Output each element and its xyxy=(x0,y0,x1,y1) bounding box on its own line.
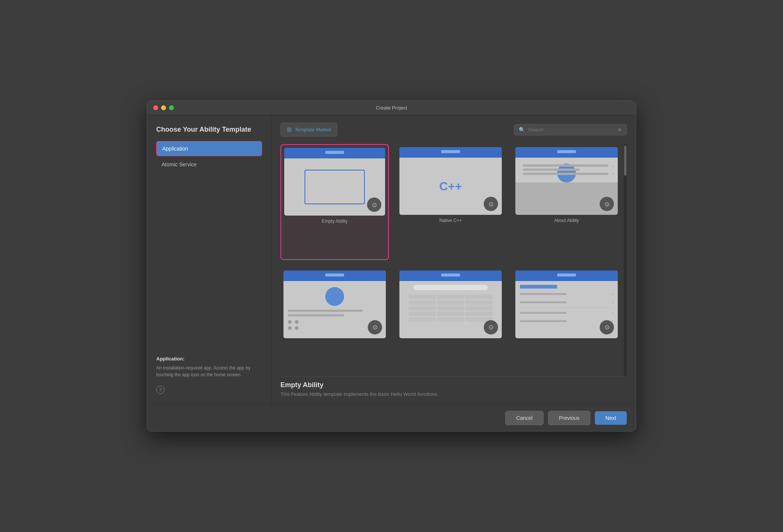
bottom-bar: Cancel Previous Next xyxy=(147,404,636,431)
sidebar-heading: Choose Your Ability Template xyxy=(156,126,262,134)
about-ability-badge: ⊙ xyxy=(600,197,614,211)
search-icon: 🔍 xyxy=(519,127,525,133)
scrollbar[interactable] xyxy=(624,144,627,376)
create-project-window: Create Project Choose Your Ability Templ… xyxy=(147,100,636,432)
template-thumb-list: ⊙ xyxy=(399,271,502,338)
template-card-list[interactable]: ⊙ xyxy=(396,268,505,377)
sidebar: Choose Your Ability Template Application… xyxy=(147,115,271,404)
traffic-lights xyxy=(153,105,174,110)
right-panel: ⊞ Template Market 🔍 ✕ xyxy=(271,115,636,404)
sidebar-item-application[interactable]: Application xyxy=(156,141,262,156)
template-card-settings[interactable]: › › xyxy=(512,268,621,377)
template-thumb-profile: ⊙ xyxy=(283,271,386,338)
template-thumb-native-cpp: C++ ⊙ xyxy=(399,147,502,215)
template-thumb-about-ability: › › ⊙ xyxy=(515,147,618,215)
search-bar: 🔍 ✕ xyxy=(514,124,627,135)
selected-template-name: Empty Ability xyxy=(280,381,627,389)
selected-template-desc: This Feature Ability template implements… xyxy=(280,391,627,397)
list-badge: ⊙ xyxy=(484,320,498,334)
search-clear-icon[interactable]: ✕ xyxy=(617,127,622,133)
selected-template-info: Empty Ability This Feature Ability templ… xyxy=(280,376,627,397)
template-name-about-ability: About Ability xyxy=(554,218,579,223)
desc-title: Application: xyxy=(156,356,262,362)
sidebar-description: Application: An installation-required ap… xyxy=(156,348,262,378)
content-area: Choose Your Ability Template Application… xyxy=(147,115,636,431)
native-cpp-badge: ⊙ xyxy=(484,197,498,211)
panel-header: ⊞ Template Market 🔍 ✕ xyxy=(280,123,627,137)
settings-badge: ⊙ xyxy=(600,320,614,334)
template-thumb-empty-ability: ⊙ xyxy=(284,148,385,216)
next-button[interactable]: Next xyxy=(595,411,627,425)
minimize-button[interactable] xyxy=(161,105,166,110)
sidebar-item-atomic-service[interactable]: Atomic Service xyxy=(156,158,262,171)
template-card-profile[interactable]: ⊙ xyxy=(280,268,389,377)
template-name-native-cpp: Native C++ xyxy=(439,218,462,223)
template-card-native-cpp[interactable]: C++ ⊙ Native C++ xyxy=(396,144,505,260)
help-icon[interactable]: ? xyxy=(156,386,262,394)
maximize-button[interactable] xyxy=(169,105,174,110)
template-card-empty-ability[interactable]: ⊙ Empty Ability xyxy=(280,144,389,260)
titlebar: Create Project xyxy=(147,101,636,115)
close-button[interactable] xyxy=(153,105,158,110)
cancel-button[interactable]: Cancel xyxy=(505,411,544,425)
template-card-about-ability[interactable]: › › ⊙ About Ability xyxy=(512,144,621,260)
search-input[interactable] xyxy=(528,127,614,132)
template-market-button[interactable]: ⊞ Template Market xyxy=(280,123,337,137)
desc-text: An installation-required app. Access the… xyxy=(156,365,262,378)
template-market-label: Template Market xyxy=(295,127,331,132)
previous-button[interactable]: Previous xyxy=(548,411,590,425)
templates-grid: ⊙ Empty Ability xyxy=(280,144,622,376)
profile-badge: ⊙ xyxy=(368,320,382,334)
template-name-empty-ability: Empty Ability xyxy=(322,219,348,224)
template-thumb-settings: › › xyxy=(515,271,618,338)
empty-ability-badge: ⊙ xyxy=(367,198,381,212)
window-title: Create Project xyxy=(376,105,407,111)
scrollbar-thumb xyxy=(624,146,626,176)
main-area: Choose Your Ability Template Application… xyxy=(147,115,636,404)
template-market-icon: ⊞ xyxy=(287,126,292,133)
